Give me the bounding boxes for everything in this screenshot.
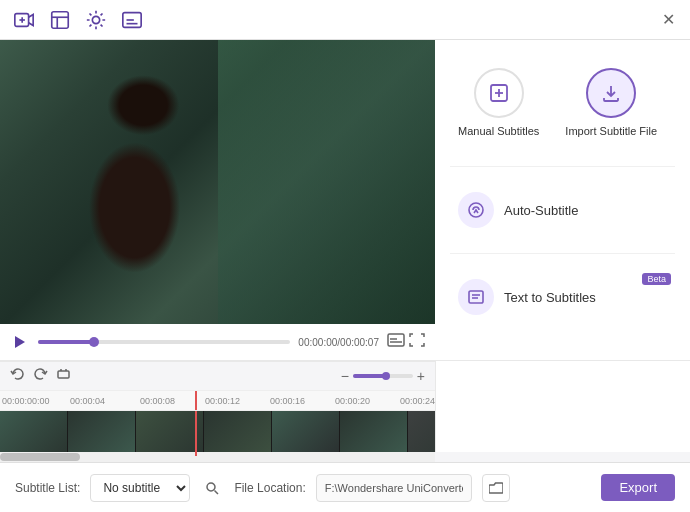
auto-subtitle-label: Auto-Subtitle: [504, 203, 578, 218]
manual-subtitle-icon-wrap: [474, 68, 524, 118]
time-0: 00:00:00:00: [2, 396, 50, 406]
video-extra-icons: [387, 333, 425, 351]
search-subtitle-button[interactable]: [200, 476, 224, 500]
top-toolbar: ✕: [0, 0, 690, 40]
import-subtitle-option[interactable]: Import Subtitle File: [557, 60, 665, 146]
time-8: 00:00:08: [140, 396, 175, 406]
time-12: 00:00:12: [205, 396, 240, 406]
file-location-label: File Location:: [234, 481, 305, 495]
video-controls-bar: 00:00:00/00:00:07: [0, 324, 435, 360]
folder-browse-button[interactable]: [482, 474, 510, 502]
fit-icon[interactable]: [56, 367, 71, 386]
svg-point-6: [92, 16, 99, 23]
svg-rect-3: [52, 11, 69, 28]
svg-rect-11: [388, 334, 404, 346]
scroll-thumb[interactable]: [0, 453, 80, 461]
timeline-toolbar: − +: [0, 361, 435, 391]
subtitle-icon[interactable]: [118, 6, 146, 34]
app-window: ✕: [0, 0, 690, 512]
thumb-6: [340, 411, 408, 456]
zoom-out-icon[interactable]: −: [341, 368, 349, 384]
time-ruler: 00:00:00:00 00:00:04 00:00:08 00:00:12 0…: [0, 391, 435, 411]
import-subtitle-icon-wrap: [586, 68, 636, 118]
zoom-controls: − +: [341, 368, 425, 384]
left-section: 00:00:00/00:00:07: [0, 40, 435, 360]
zoom-bar[interactable]: [353, 374, 413, 378]
export-button[interactable]: Export: [601, 474, 675, 501]
subtitle-toggle-icon[interactable]: [387, 333, 405, 351]
svg-marker-10: [15, 336, 25, 348]
close-button[interactable]: ✕: [656, 8, 680, 32]
scroll-area[interactable]: [0, 452, 435, 462]
auto-subtitle-icon: [458, 192, 494, 228]
video-frame: [0, 40, 435, 324]
content-area: 00:00:00/00:00:07: [0, 40, 690, 360]
right-panel: Manual Subtitles Import Subtitle File: [435, 40, 690, 360]
thumb-4: [204, 411, 272, 456]
progress-thumb[interactable]: [89, 337, 99, 347]
timeline-section: − + 00:00:00:00 00:00:04 00:00:08 00:00:…: [0, 360, 435, 445]
text-to-subtitle-icon: [458, 279, 494, 315]
thumbnail-strip: [0, 411, 435, 456]
divider-1: [450, 166, 675, 167]
playhead-ruler: [195, 391, 197, 410]
thumbnail-row: [0, 411, 435, 456]
video-area: [0, 40, 435, 324]
file-path-input[interactable]: [316, 474, 472, 502]
zoom-thumb: [382, 372, 390, 380]
clip-icon[interactable]: [46, 6, 74, 34]
thumb-2: [68, 411, 136, 456]
svg-rect-21: [58, 371, 69, 378]
beta-badge: Beta: [642, 273, 671, 285]
playhead-thumb: [195, 411, 197, 456]
thumb-7: [408, 411, 435, 456]
zoom-in-icon[interactable]: +: [417, 368, 425, 384]
subtitle-options: Manual Subtitles Import Subtitle File: [450, 60, 675, 146]
divider-2: [450, 253, 675, 254]
time-20: 00:00:20: [335, 396, 370, 406]
manual-subtitle-label: Manual Subtitles: [458, 124, 539, 138]
text-to-subtitle-label: Text to Subtitles: [504, 290, 596, 305]
right-timeline-filler: [435, 360, 690, 452]
subtitle-list-select[interactable]: No subtitle: [90, 474, 190, 502]
subtitle-list-label: Subtitle List:: [15, 481, 80, 495]
thumb-5: [272, 411, 340, 456]
manual-subtitles-option[interactable]: Manual Subtitles: [450, 60, 547, 146]
play-button[interactable]: [10, 332, 30, 352]
video-add-icon[interactable]: [10, 6, 38, 34]
time-24: 00:00:24: [400, 396, 435, 406]
text-to-subtitle-row[interactable]: Beta Text to Subtitles: [450, 269, 675, 325]
progress-bar[interactable]: [38, 340, 290, 344]
fullscreen-icon[interactable]: [409, 333, 425, 351]
undo-icon[interactable]: [10, 367, 25, 386]
thumb-3: [136, 411, 204, 456]
thumb-1: [0, 411, 68, 456]
time-16: 00:00:16: [270, 396, 305, 406]
time-display: 00:00:00/00:00:07: [298, 337, 379, 348]
svg-rect-18: [469, 291, 483, 303]
effects-icon[interactable]: [82, 6, 110, 34]
import-subtitle-label: Import Subtitle File: [565, 124, 657, 138]
auto-subtitle-row[interactable]: Auto-Subtitle: [450, 182, 675, 238]
svg-point-26: [207, 483, 215, 491]
progress-fill: [38, 340, 94, 344]
redo-icon[interactable]: [33, 367, 48, 386]
svg-line-27: [215, 490, 219, 494]
time-4: 00:00:04: [70, 396, 105, 406]
bottom-bar: Subtitle List: No subtitle File Location…: [0, 462, 690, 512]
